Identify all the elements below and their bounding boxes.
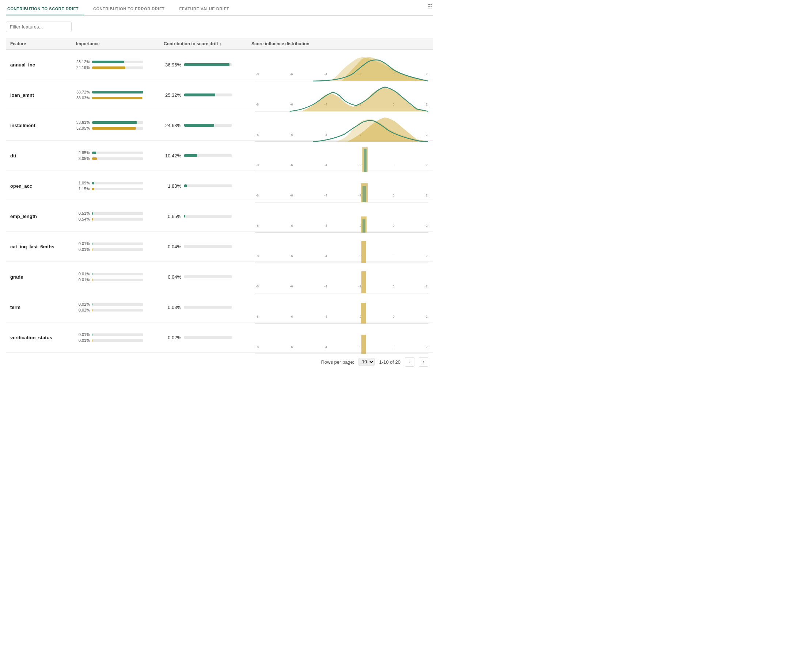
importance-yellow-bar-grade — [92, 279, 93, 281]
dist-chart-grade — [255, 265, 428, 284]
importance-cell-annual_inc: 23.12% 24.19% — [76, 59, 164, 70]
contribution-pct-emp_length: 0.65% — [164, 214, 181, 219]
importance-yellow-track-verification_status — [92, 339, 143, 342]
svg-rect-15 — [361, 271, 366, 293]
contribution-bar-emp_length — [184, 215, 185, 218]
importance-green-bar-installment — [92, 121, 137, 124]
dist-svg — [255, 326, 428, 355]
dist-cell-open_acc: -8 -6 -4 -2 0 2 — [251, 174, 428, 197]
dist-cell-annual_inc: -8 -6 -4 -2 0 2 — [251, 53, 428, 76]
importance-yellow-bar-verification_status — [92, 339, 93, 342]
importance-green-bar-loan_amnt — [92, 91, 143, 94]
rows-per-page-select[interactable]: 10 20 50 — [359, 358, 375, 366]
dist-svg — [255, 265, 428, 294]
importance-yellow-bar-emp_length — [92, 218, 93, 220]
pagination-range: 1-10 of 20 — [379, 359, 400, 365]
contribution-cell-verification_status: 0.02% — [164, 335, 251, 340]
dist-chart-loan_amnt — [255, 84, 428, 102]
importance-cell-open_acc: 1.09% 1.15% — [76, 181, 164, 191]
importance-cell-cat_inq_last_6mths: 0.01% 0.01% — [76, 241, 164, 252]
table-row: dti 2.85% 3.05% 10.42% — [6, 141, 433, 171]
importance-yellow-pct-open_acc: 1.15% — [76, 187, 90, 191]
importance-green-pct-grade: 0.01% — [76, 272, 90, 276]
importance-yellow-pct-grade: 0.01% — [76, 278, 90, 282]
importance-green-track-annual_inc — [92, 61, 143, 63]
table-row: term 0.02% 0.02% 0.03% — [6, 292, 433, 323]
col-header-feature: Feature — [10, 41, 76, 46]
contribution-track-installment — [184, 124, 232, 127]
dist-cell-cat_inq_last_6mths: -8 -6 -4 -2 0 2 — [251, 235, 428, 258]
dist-svg — [255, 205, 428, 234]
feature-name-verification_status: verification_status — [10, 335, 76, 340]
dist-svg — [255, 84, 428, 112]
importance-green-track-dti — [92, 152, 143, 154]
col-header-contribution[interactable]: Contribution to score drift ↓ — [164, 41, 251, 46]
importance-cell-installment: 33.61% 32.95% — [76, 120, 164, 130]
dist-chart-annual_inc — [255, 53, 428, 72]
tab-error-drift[interactable]: CONTRIBUTION TO ERROR DRIFT — [92, 3, 171, 15]
contribution-pct-loan_amnt: 25.32% — [164, 93, 181, 98]
importance-yellow-pct-dti: 3.05% — [76, 156, 90, 161]
importance-green-track-cat_inq_last_6mths — [92, 243, 143, 245]
importance-yellow-pct-emp_length: 0.54% — [76, 217, 90, 221]
contribution-pct-verification_status: 0.02% — [164, 335, 181, 340]
importance-yellow-pct-loan_amnt: 38.03% — [76, 96, 90, 100]
feature-name-annual_inc: annual_inc — [10, 62, 76, 67]
importance-green-pct-loan_amnt: 38.72% — [76, 90, 90, 94]
importance-yellow-track-installment — [92, 127, 143, 129]
contribution-track-term — [184, 306, 232, 308]
contribution-cell-cat_inq_last_6mths: 0.04% — [164, 244, 251, 249]
filter-bar — [6, 22, 433, 32]
contribution-cell-annual_inc: 36.96% — [164, 62, 251, 67]
svg-rect-19 — [361, 335, 366, 354]
contribution-cell-emp_length: 0.65% — [164, 214, 251, 219]
importance-green-pct-open_acc: 1.09% — [76, 181, 90, 185]
table-row: annual_inc 23.12% 24.19% 36.96% — [6, 49, 433, 80]
importance-green-track-verification_status — [92, 334, 143, 336]
feature-name-open_acc: open_acc — [10, 183, 76, 189]
contribution-pct-term: 0.03% — [164, 305, 181, 310]
contribution-cell-loan_amnt: 25.32% — [164, 93, 251, 98]
table-row: installment 33.61% 32.95% 24.63% — [6, 110, 433, 141]
filter-input[interactable] — [6, 22, 72, 32]
importance-cell-term: 0.02% 0.02% — [76, 302, 164, 312]
importance-green-bar-annual_inc — [92, 61, 124, 63]
dist-chart-open_acc — [255, 174, 428, 193]
importance-green-track-emp_length — [92, 212, 143, 215]
dist-cell-emp_length: -8 -6 -4 -2 0 2 — [251, 205, 428, 228]
prev-page-button[interactable]: ‹ — [405, 357, 415, 367]
dist-cell-loan_amnt: -8 -6 -4 -2 0 2 — [251, 84, 428, 106]
dist-svg — [255, 174, 428, 203]
table-row: verification_status 0.01% 0.01% 0.02% — [6, 323, 433, 353]
contribution-bar-annual_inc — [184, 63, 229, 66]
importance-green-bar-grade — [92, 273, 93, 275]
dist-chart-term — [255, 296, 428, 314]
importance-green-bar-verification_status — [92, 334, 93, 336]
tab-score-drift[interactable]: CONTRIBUTION TO SCORE DRIFT — [6, 3, 85, 15]
importance-cell-grade: 0.01% 0.01% — [76, 272, 164, 282]
contribution-cell-open_acc: 1.83% — [164, 183, 251, 189]
importance-green-pct-term: 0.02% — [76, 302, 90, 307]
dist-cell-grade: -8 -6 -4 -2 0 2 — [251, 265, 428, 288]
table-row: emp_length 0.51% 0.54% 0.65% — [6, 201, 433, 232]
dist-svg — [255, 53, 428, 82]
table-row: open_acc 1.09% 1.15% 1.83% — [6, 171, 433, 201]
dist-chart-cat_inq_last_6mths — [255, 235, 428, 254]
importance-yellow-bar-open_acc — [92, 188, 94, 190]
next-page-button[interactable]: › — [419, 357, 428, 367]
importance-green-pct-dti: 2.85% — [76, 150, 90, 155]
comment-icon[interactable]: ☷ — [428, 3, 433, 10]
importance-yellow-bar-cat_inq_last_6mths — [92, 248, 93, 251]
importance-green-bar-dti — [92, 152, 96, 154]
importance-cell-loan_amnt: 38.72% 38.03% — [76, 90, 164, 100]
contribution-cell-dti: 10.42% — [164, 153, 251, 158]
importance-green-bar-cat_inq_last_6mths — [92, 243, 93, 245]
feature-name-term: term — [10, 305, 76, 310]
importance-green-track-open_acc — [92, 182, 143, 184]
col-header-importance: Importance — [76, 41, 164, 46]
contribution-pct-cat_inq_last_6mths: 0.04% — [164, 244, 181, 249]
importance-green-track-term — [92, 303, 143, 306]
svg-rect-5 — [364, 149, 367, 172]
feature-name-emp_length: emp_length — [10, 214, 76, 219]
tab-feature-value-drift[interactable]: FEATURE VALUE DRIFT — [178, 3, 235, 15]
